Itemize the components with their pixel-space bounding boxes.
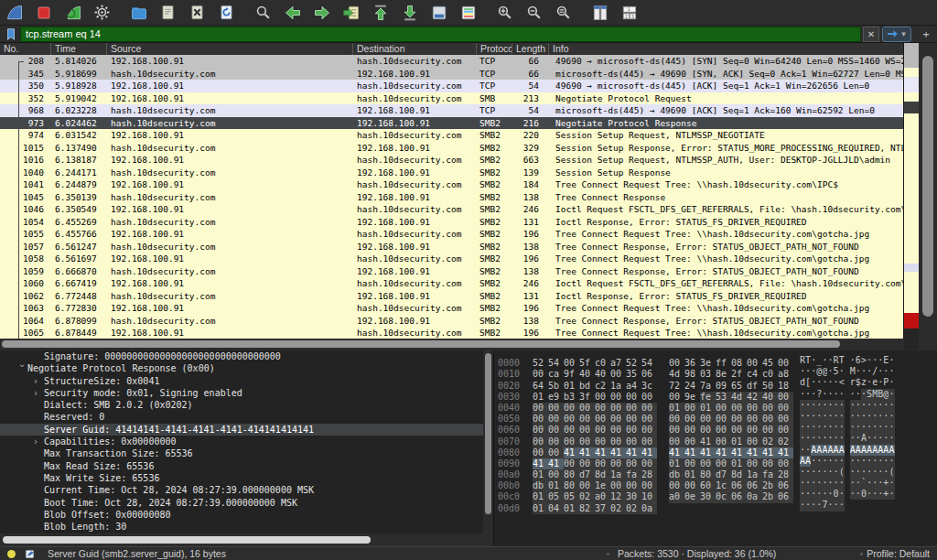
restart-capture-icon[interactable] bbox=[62, 2, 83, 23]
packet-list-vscrollbar[interactable] bbox=[919, 43, 937, 350]
packet-row[interactable]: 10656.878449192.168.100.91hash.10dsecuri… bbox=[0, 327, 904, 339]
hex-row[interactable]: 00a0010080d78d1afa28db0180d78d1afa28····… bbox=[494, 467, 937, 478]
hex-row[interactable]: 001000ca9f40400035064d98038e2fc4c0a8···@… bbox=[494, 366, 937, 377]
detail-row[interactable]: ›StructureSize: 0x0041 bbox=[0, 375, 483, 387]
packet-row[interactable]: 10576.561247hash.10dsecurity.com192.168.… bbox=[0, 241, 904, 253]
hex-row[interactable]: 004000000000000000000100010000000000····… bbox=[494, 400, 937, 411]
hex-row[interactable]: 00c001050502a0123010a00e300c060a2b06····… bbox=[494, 489, 937, 500]
expander-closed-icon[interactable]: › bbox=[33, 436, 44, 447]
column-header-info[interactable]: Info bbox=[548, 43, 937, 55]
go-to-packet-icon[interactable] bbox=[340, 2, 361, 23]
filter-apply-button[interactable]: ▼ bbox=[882, 27, 911, 42]
packet-row[interactable]: 10406.244171hash.10dsecurity.com192.168.… bbox=[0, 167, 904, 179]
packet-row[interactable]: 10466.350549192.168.100.91hash.10dsecuri… bbox=[0, 203, 904, 216]
go-forward-icon[interactable] bbox=[311, 2, 332, 23]
packet-row[interactable]: 10416.244879192.168.100.91hash.10dsecuri… bbox=[0, 178, 904, 191]
packet-row[interactable]: 10606.667419192.168.100.91hash.10dsecuri… bbox=[0, 277, 904, 290]
packet-list-hscroll-thumb[interactable] bbox=[2, 340, 840, 348]
details-vscrollbar[interactable] bbox=[483, 350, 493, 533]
details-hscrollbar[interactable] bbox=[0, 533, 493, 546]
open-file-folder-icon[interactable] bbox=[128, 2, 149, 23]
capture-options-gear-icon[interactable] bbox=[92, 2, 113, 23]
save-file-icon[interactable] bbox=[157, 2, 178, 23]
zoom-reset-icon[interactable] bbox=[553, 2, 574, 23]
packet-row[interactable]: 10646.878099hash.10dsecurity.com192.168.… bbox=[0, 315, 904, 328]
detail-row[interactable]: Dialect: SMB 2.0.2 (0x0202) bbox=[0, 399, 483, 411]
packet-row[interactable]: 3455.918699hash.10dsecurity.com192.168.1… bbox=[0, 68, 904, 81]
hex-row[interactable]: 003001e9b33f00000000009efe534d424000···?… bbox=[494, 389, 937, 400]
details-hscroll-thumb[interactable] bbox=[3, 536, 371, 544]
detail-row[interactable]: Boot Time: Oct 28, 2024 08:27:39.0000000… bbox=[0, 497, 483, 509]
hex-row[interactable]: 005000000000000000000000000000000000····… bbox=[494, 411, 937, 422]
packet-row[interactable]: 10156.137490hash.10dsecurity.com192.168.… bbox=[0, 142, 904, 155]
expander-open-icon[interactable]: › bbox=[16, 363, 27, 374]
colorize-packets-icon[interactable] bbox=[458, 2, 479, 23]
column-header-length[interactable]: Length bbox=[512, 43, 548, 55]
packet-row[interactable]: 9686.023228hash.10dsecurity.com192.168.1… bbox=[0, 104, 904, 117]
column-header-time[interactable]: Time bbox=[50, 43, 106, 55]
detail-row[interactable]: ›Capabilities: 0x00000000 bbox=[0, 436, 483, 447]
filter-bookmark-icon[interactable] bbox=[5, 27, 17, 41]
wireshark-fin-start-icon[interactable] bbox=[4, 2, 25, 23]
detail-row[interactable]: ›Security mode: 0x01, Signing enabled bbox=[0, 387, 483, 399]
expander-closed-icon[interactable]: › bbox=[33, 375, 44, 387]
auto-scroll-icon[interactable] bbox=[428, 2, 449, 23]
filter-apply-caret-icon[interactable]: ▼ bbox=[900, 30, 908, 38]
detail-row[interactable]: Max Transaction Size: 65536 bbox=[0, 447, 483, 459]
go-last-packet-icon[interactable] bbox=[399, 2, 420, 23]
resize-columns-icon[interactable] bbox=[589, 2, 610, 23]
detail-row[interactable]: Signature: 00000000000000000000000000000… bbox=[0, 350, 483, 362]
hex-row[interactable]: 00b0db0180001e0000000000601c06062b06····… bbox=[494, 478, 937, 489]
hex-row[interactable]: 008000004141414141414141414141414141··AA… bbox=[494, 445, 937, 456]
packet-row[interactable]: 10556.455766192.168.100.91hash.10dsecuri… bbox=[0, 228, 904, 241]
detail-row[interactable]: Max Read Size: 65536 bbox=[0, 460, 483, 472]
packet-row[interactable]: 10626.772448hash.10dsecurity.com192.168.… bbox=[0, 290, 904, 303]
hex-dump-pane[interactable]: 00005254005fc0a7525400363eff08004500RT·_… bbox=[493, 350, 937, 546]
display-filter-input[interactable] bbox=[20, 27, 861, 42]
column-header-destination[interactable]: Destination bbox=[352, 43, 476, 55]
stop-capture-icon[interactable] bbox=[33, 2, 54, 23]
detail-row[interactable]: ›Negotiate Protocol Response (0x00) bbox=[0, 362, 483, 374]
zoom-in-icon[interactable] bbox=[494, 2, 515, 23]
packet-row[interactable]: 3505.918928192.168.100.91hash.10dsecurit… bbox=[0, 80, 904, 92]
packet-row[interactable]: 10456.350139hash.10dsecurity.com192.168.… bbox=[0, 191, 904, 204]
column-header-no[interactable]: No. bbox=[0, 43, 50, 55]
reload-file-icon[interactable] bbox=[216, 2, 237, 23]
packet-list-minimap[interactable] bbox=[903, 43, 919, 350]
hex-row[interactable]: 007000000000000000000000410001000202····… bbox=[494, 433, 937, 444]
detail-row[interactable]: Current Time: Oct 28, 2024 08:27:39.0000… bbox=[0, 484, 483, 496]
hex-row[interactable]: 0020645b01bdc21aa43c72247a0965df5018d[··… bbox=[494, 377, 937, 388]
hex-row[interactable]: 009041410000000000000100000001000000AA··… bbox=[494, 456, 937, 467]
detail-row[interactable]: Reserved: 0 bbox=[0, 411, 483, 423]
capture-comment-icon[interactable] bbox=[25, 549, 35, 559]
packet-row[interactable]: 10166.138187192.168.100.91hash.10dsecuri… bbox=[0, 154, 904, 167]
profile-label[interactable]: Profile: Default bbox=[867, 547, 930, 560]
packet-row[interactable]: 9736.024462hash.10dsecurity.com192.168.1… bbox=[0, 117, 904, 130]
find-packet-icon[interactable] bbox=[253, 2, 274, 23]
packet-row[interactable]: 3525.919042192.168.100.91hash.10dsecurit… bbox=[0, 92, 904, 105]
packet-row[interactable]: 10546.455269hash.10dsecurity.com192.168.… bbox=[0, 216, 904, 229]
packet-row[interactable]: 9746.031542192.168.100.91hash.10dsecurit… bbox=[0, 129, 904, 142]
layout-sections-icon[interactable]: 123 bbox=[619, 2, 640, 23]
packet-row[interactable]: 10596.666870hash.10dsecurity.com192.168.… bbox=[0, 265, 904, 278]
detail-row[interactable]: Max Write Size: 65536 bbox=[0, 472, 483, 484]
expander-closed-icon[interactable]: › bbox=[33, 387, 44, 399]
packet-row[interactable]: 10636.772830192.168.100.91hash.10dsecuri… bbox=[0, 302, 904, 315]
filter-add-button[interactable]: ＋ bbox=[919, 27, 933, 41]
details-vscroll-thumb[interactable] bbox=[485, 353, 491, 514]
hex-row[interactable]: 00005254005fc0a7525400363eff08004500RT·_… bbox=[494, 355, 937, 366]
packet-row[interactable]: 2085.814026192.168.100.91hash.10dsecurit… bbox=[0, 55, 904, 68]
close-file-icon[interactable] bbox=[187, 2, 208, 23]
column-header-protocol[interactable]: Protocol bbox=[476, 43, 512, 55]
hex-row[interactable]: 006000000000000000000000000000000000····… bbox=[494, 422, 937, 433]
expert-info-icon[interactable] bbox=[7, 550, 16, 558]
go-back-icon[interactable] bbox=[282, 2, 303, 23]
filter-clear-icon[interactable]: ✕ bbox=[863, 27, 879, 42]
zoom-out-icon[interactable] bbox=[523, 2, 544, 23]
column-header-source[interactable]: Source bbox=[106, 43, 352, 55]
packet-list-hscrollbar[interactable] bbox=[0, 339, 904, 350]
go-first-packet-icon[interactable] bbox=[370, 2, 391, 23]
detail-row[interactable]: Blob Length: 30 bbox=[0, 521, 483, 533]
detail-row[interactable]: Blob Offset: 0x00000080 bbox=[0, 509, 483, 521]
packet-row[interactable]: 10586.561697192.168.100.91hash.10dsecuri… bbox=[0, 253, 904, 265]
